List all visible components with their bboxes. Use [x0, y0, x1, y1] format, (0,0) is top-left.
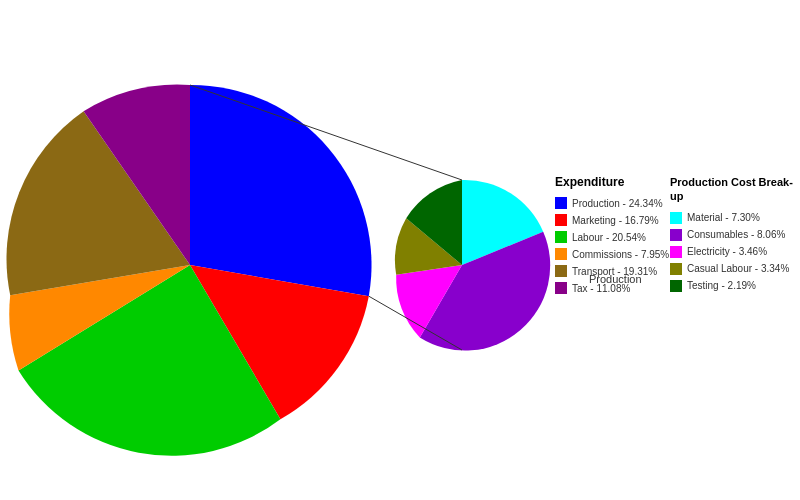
- legend-label-electricity: Electricity - 3.46%: [687, 246, 767, 257]
- legend-label-casual-labour: Casual Labour - 3.34%: [687, 263, 789, 274]
- legend-color-marketing: [555, 214, 567, 226]
- legend-item-commissions: Commissions - 7.95%: [555, 248, 669, 260]
- legend-label-testing: Testing - 2.19%: [687, 280, 756, 291]
- legend-color-transport: [555, 265, 567, 277]
- legend-label-marketing: Marketing - 16.79%: [572, 215, 659, 226]
- legend-label-commissions: Commissions - 7.95%: [572, 249, 669, 260]
- legend-item-material: Material - 7.30%: [670, 212, 800, 224]
- production-label: Production: [589, 273, 642, 285]
- legend-color-casual-labour: [670, 263, 682, 275]
- legend-item-marketing: Marketing - 16.79%: [555, 214, 669, 226]
- legend-item-electricity: Electricity - 3.46%: [670, 246, 800, 258]
- legend-label-material: Material - 7.30%: [687, 212, 760, 223]
- production-cost-legend: Production Cost Break-up Material - 7.30…: [670, 175, 800, 297]
- legend-color-commissions: [555, 248, 567, 260]
- legend-item-production: Production - 24.34%: [555, 197, 669, 209]
- legend-color-tax: [555, 282, 567, 294]
- legend-label-consumables: Consumables - 8.06%: [687, 229, 785, 240]
- legend-label-labour: Labour - 20.54%: [572, 232, 646, 243]
- legend-color-labour: [555, 231, 567, 243]
- legend-item-casual-labour: Casual Labour - 3.34%: [670, 263, 800, 275]
- legend-item-labour: Labour - 20.54%: [555, 231, 669, 243]
- legend-color-material: [670, 212, 682, 224]
- legend-item-consumables: Consumables - 8.06%: [670, 229, 800, 241]
- legend-item-testing: Testing - 2.19%: [670, 280, 800, 292]
- legend-label-production: Production - 24.34%: [572, 198, 663, 209]
- legend-color-production: [555, 197, 567, 209]
- production-cost-legend-title: Production Cost Break-up: [670, 175, 800, 204]
- chart-container: Expenditure Production - 24.34% Marketin…: [0, 0, 800, 500]
- expenditure-legend-title: Expenditure: [555, 175, 669, 189]
- legend-color-electricity: [670, 246, 682, 258]
- legend-color-consumables: [670, 229, 682, 241]
- legend-color-testing: [670, 280, 682, 292]
